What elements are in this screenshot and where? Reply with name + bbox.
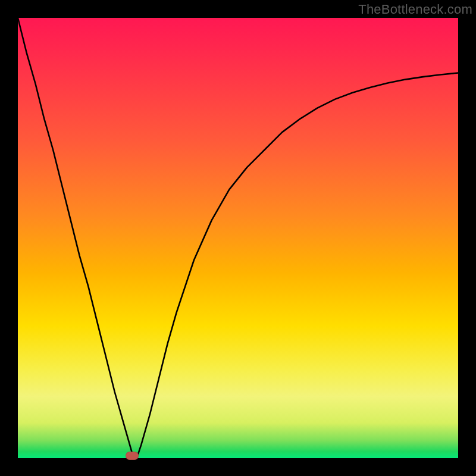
optimum-marker bbox=[126, 452, 139, 460]
curve-svg bbox=[18, 18, 458, 458]
watermark-text: TheBottleneck.com bbox=[358, 2, 472, 17]
plot-area bbox=[18, 18, 458, 458]
bottleneck-curve bbox=[18, 18, 458, 458]
chart-frame: TheBottleneck.com bbox=[0, 0, 476, 476]
